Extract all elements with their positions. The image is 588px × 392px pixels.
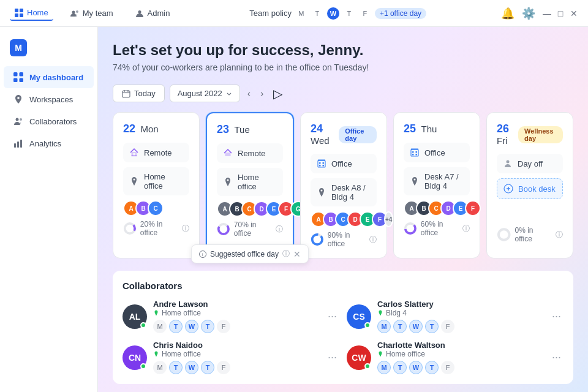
home-icon bbox=[129, 148, 139, 157]
day-26-percent: 0% in office ⓘ bbox=[497, 226, 563, 243]
policy-day-w: W bbox=[327, 7, 339, 20]
day-25-work-item-desk: Desk A7 / Bldg 4 bbox=[404, 167, 470, 195]
donut-chart-26 bbox=[497, 227, 511, 242]
info-icon-26: ⓘ bbox=[556, 230, 563, 240]
day-26-avatars bbox=[497, 204, 563, 222]
hero-title: Let's set you up for success, Jenny. bbox=[113, 42, 573, 59]
svg-point-47 bbox=[507, 160, 510, 164]
day-22-avatars: A B C bbox=[123, 200, 189, 216]
svg-rect-39 bbox=[412, 151, 414, 153]
svg-rect-33 bbox=[323, 165, 325, 167]
tab-home[interactable]: Home bbox=[10, 6, 53, 21]
collab-info-chris: Chris Naidoo Home office M T W T bbox=[153, 341, 319, 374]
day-26-work-item-book[interactable]: Book desk bbox=[497, 178, 563, 199]
sidebar: M My dashboard Workspaces bbox=[0, 27, 98, 392]
day-card-25: 25 Thu Office bbox=[393, 112, 480, 258]
day-23-name: Tue bbox=[234, 124, 249, 135]
collab-avatar-carlos: CS bbox=[347, 304, 371, 329]
today-button[interactable]: Today bbox=[113, 85, 165, 102]
svg-point-11 bbox=[17, 97, 20, 99]
day-24-work-item-desk: Desk A8 / Bldg 4 bbox=[311, 178, 377, 206]
svg-point-51 bbox=[499, 229, 510, 240]
month-selector[interactable]: August 2022 bbox=[170, 85, 240, 102]
next-week-button[interactable]: › bbox=[258, 86, 266, 102]
collab-more-chris[interactable]: ··· bbox=[325, 349, 339, 366]
sidebar-item-collaborators[interactable]: Collaborators bbox=[4, 110, 94, 132]
day-pill-m: M bbox=[153, 320, 167, 333]
day-22-percent: 20% in office ⓘ bbox=[123, 220, 189, 237]
svg-rect-41 bbox=[412, 154, 414, 156]
day-24-header: 24 Wed Office day bbox=[311, 123, 377, 146]
collab-location-charlotte: Home office bbox=[377, 350, 543, 358]
pin-icon-carlos bbox=[377, 310, 383, 316]
info-icon-22: ⓘ bbox=[182, 224, 189, 234]
day-26-badge: Wellness day bbox=[518, 126, 563, 143]
day-pill-f: F bbox=[217, 320, 230, 333]
collab-more-charlotte[interactable]: ··· bbox=[549, 349, 564, 366]
analytics-icon bbox=[13, 138, 23, 148]
day-25-name: Thu bbox=[421, 124, 437, 134]
day-24-percent: 90% in office ⓘ bbox=[311, 231, 377, 248]
minimize-button[interactable]: — bbox=[543, 9, 551, 18]
day-card-26: 26 Fri Wellness day Day off bbox=[486, 112, 573, 258]
main-content: Let's set you up for success, Jenny. 74%… bbox=[98, 27, 588, 392]
svg-rect-29 bbox=[318, 160, 325, 167]
tab-admin[interactable]: Admin bbox=[130, 6, 175, 20]
day-24-name: Wed bbox=[311, 135, 330, 146]
day-26-name: Fri bbox=[497, 135, 508, 146]
collab-info-carlos: Carlos Slattery Bldg 4 M T W T bbox=[377, 300, 543, 333]
svg-point-44 bbox=[414, 179, 416, 181]
info-icon-25: ⓘ bbox=[462, 224, 470, 234]
day-26-header: 26 Fri Wellness day bbox=[497, 123, 563, 146]
collab-name-andre: Andre Lawson bbox=[153, 300, 319, 309]
svg-point-13 bbox=[20, 118, 22, 121]
collaborators-icon bbox=[13, 116, 23, 126]
notification-icon[interactable]: 🔔 bbox=[501, 7, 514, 20]
day-22-name: Mon bbox=[140, 124, 158, 134]
policy-day-f: F bbox=[359, 7, 371, 20]
day-23-work-item-location: Home office bbox=[217, 168, 283, 196]
pin-icon-andre bbox=[153, 310, 159, 316]
svg-rect-7 bbox=[13, 72, 18, 77]
info-banner-icon: i bbox=[199, 251, 206, 258]
day-card-24: 24 Wed Office day Office bbox=[300, 112, 387, 258]
pin-icon-24 bbox=[317, 187, 326, 197]
day-card-23: 23 Tue Remote Home office bbox=[206, 112, 294, 258]
sidebar-item-analytics[interactable]: Analytics bbox=[4, 132, 94, 154]
collab-name-carlos: Carlos Slattery bbox=[377, 300, 543, 309]
svg-rect-32 bbox=[319, 165, 321, 167]
calendar-controls: Today August 2022 ‹ › ▷ bbox=[113, 85, 573, 102]
donut-chart-25 bbox=[404, 221, 417, 236]
svg-rect-43 bbox=[411, 149, 418, 150]
day-cards: 22 Mon Remote bbox=[113, 112, 573, 258]
day-pill-t2: T bbox=[201, 320, 214, 333]
collab-item-carlos: CS Carlos Slattery Bldg 4 M bbox=[347, 300, 564, 333]
maximize-button[interactable]: □ bbox=[556, 9, 565, 18]
collab-name-charlotte: Charlotte Waltson bbox=[377, 341, 543, 350]
collab-more-carlos[interactable]: ··· bbox=[549, 307, 564, 325]
tab-my-team[interactable]: My team bbox=[66, 6, 118, 20]
day-pill-f: F bbox=[441, 361, 454, 374]
day-pill-m: M bbox=[153, 361, 167, 374]
collab-days-andre: M T W T F bbox=[153, 320, 319, 333]
donut-chart-23 bbox=[217, 222, 230, 236]
day-23-number: 23 bbox=[217, 123, 229, 135]
sidebar-item-workspaces[interactable]: Workspaces bbox=[4, 88, 94, 110]
collab-item-charlotte: CW Charlotte Waltson Home office M bbox=[347, 341, 564, 374]
sidebar-logo: M bbox=[0, 34, 97, 66]
prev-week-button[interactable]: ‹ bbox=[245, 86, 253, 102]
close-button[interactable]: ✕ bbox=[570, 9, 578, 18]
person-icon bbox=[135, 9, 144, 18]
svg-point-24 bbox=[227, 179, 229, 181]
collab-avatar-andre: AL bbox=[123, 304, 147, 329]
settings-icon[interactable]: ⚙️ bbox=[522, 7, 535, 20]
day-pill-t: T bbox=[169, 361, 183, 374]
pin-icon-23 bbox=[223, 177, 233, 187]
chevron-down-icon bbox=[226, 91, 232, 97]
day-25-avatars: A B C D E F bbox=[404, 200, 470, 216]
sidebar-item-dashboard[interactable]: My dashboard bbox=[4, 66, 94, 88]
suggested-close-button[interactable]: ✕ bbox=[293, 249, 301, 259]
collab-more-andre[interactable]: ··· bbox=[325, 307, 339, 325]
avatar-count-24: +4 bbox=[384, 211, 393, 227]
day-pill-t: T bbox=[169, 320, 183, 333]
